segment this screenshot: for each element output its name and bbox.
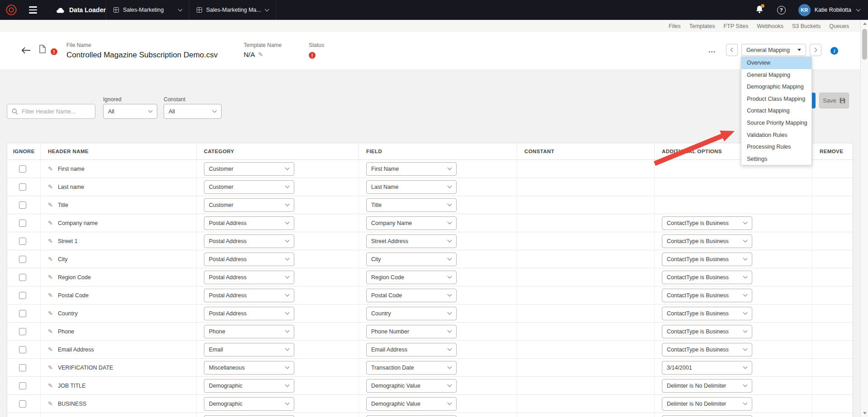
scroll-up-arrow[interactable]: [861, 20, 868, 28]
info-icon[interactable]: i: [830, 47, 838, 55]
edit-header-icon[interactable]: ✎: [48, 328, 53, 335]
subnav-link-files[interactable]: Files: [669, 23, 680, 29]
menu-item-source-priority-mapping[interactable]: Source Priority Mapping: [741, 117, 811, 129]
search-input[interactable]: [22, 108, 91, 115]
notifications-button[interactable]: [755, 5, 764, 15]
edit-header-icon[interactable]: ✎: [48, 220, 53, 226]
field-select[interactable]: Company Name: [366, 216, 457, 230]
ignore-checkbox[interactable]: [19, 292, 26, 299]
category-select[interactable]: Postal Address: [204, 234, 294, 248]
workspace-select[interactable]: Sales-Marketing: [106, 0, 189, 20]
ignore-checkbox[interactable]: [19, 165, 26, 173]
ignore-checkbox[interactable]: [19, 220, 26, 227]
back-button[interactable]: [21, 47, 31, 56]
field-select[interactable]: Region Code: [366, 271, 457, 284]
additional-options-select[interactable]: Delimter is No Delimiter: [662, 379, 752, 393]
additional-options-select[interactable]: ContactType is Business: [662, 234, 752, 248]
database-select[interactable]: Sales-Marketing Ma...: [189, 0, 276, 20]
vertical-scrollbar[interactable]: [860, 20, 868, 417]
ignored-filter-select[interactable]: All: [103, 104, 157, 119]
prev-mapping-button[interactable]: [726, 44, 738, 56]
edit-header-icon[interactable]: ✎: [48, 310, 53, 317]
additional-options-select[interactable]: ContactType is Business: [662, 325, 752, 338]
category-select[interactable]: [204, 415, 294, 417]
field-select[interactable]: Demographic Value: [366, 397, 457, 411]
category-select[interactable]: Demographic: [204, 379, 294, 393]
edit-header-icon[interactable]: ✎: [48, 183, 53, 190]
field-select[interactable]: Demographic Value: [366, 379, 457, 393]
ignore-checkbox[interactable]: [19, 364, 26, 371]
category-select[interactable]: Customer: [204, 162, 294, 176]
more-actions-button[interactable]: …: [708, 46, 716, 55]
edit-header-icon[interactable]: ✎: [48, 364, 53, 371]
ignore-checkbox[interactable]: [19, 183, 26, 191]
ignore-checkbox[interactable]: [19, 400, 26, 408]
edit-header-icon[interactable]: ✎: [48, 238, 53, 244]
field-select[interactable]: Phone Number: [366, 325, 457, 338]
user-name[interactable]: Katie Robilotta: [815, 7, 851, 13]
menu-item-demographic-mapping[interactable]: Demographic Mapping: [741, 81, 811, 93]
edit-header-icon[interactable]: ✎: [48, 346, 53, 353]
additional-options-select[interactable]: ContactType is Business: [662, 343, 752, 356]
category-select[interactable]: Demographic: [204, 397, 294, 411]
menu-item-general-mapping[interactable]: General Mapping: [741, 69, 811, 81]
ignore-checkbox[interactable]: [19, 256, 26, 263]
category-select[interactable]: Customer: [204, 180, 294, 194]
subnav-link-queues[interactable]: Queues: [829, 23, 849, 29]
field-select[interactable]: Last Name: [366, 180, 457, 194]
additional-options-select[interactable]: ContactType is Business: [662, 271, 752, 284]
additional-options-select[interactable]: ContactType is Business: [662, 289, 752, 302]
ignore-checkbox[interactable]: [19, 346, 26, 353]
category-select[interactable]: Miscellaneous: [204, 361, 294, 375]
additional-options-select[interactable]: ContactType is Business: [662, 307, 752, 320]
category-select[interactable]: Postal Address: [204, 253, 294, 266]
additional-options-select[interactable]: Delimter is No Delimiter: [662, 397, 752, 411]
scroll-down-arrow[interactable]: [861, 409, 868, 417]
edit-header-icon[interactable]: ✎: [48, 400, 53, 407]
next-mapping-button[interactable]: [810, 44, 821, 56]
additional-options-select[interactable]: [662, 415, 752, 417]
help-button[interactable]: ?: [777, 6, 786, 14]
menu-item-settings[interactable]: Settings: [741, 153, 811, 165]
hamburger-menu-icon[interactable]: [29, 6, 37, 13]
scrollbar-thumb[interactable]: [862, 29, 867, 60]
constant-filter-select[interactable]: All: [164, 104, 222, 119]
subnav-link-webhooks[interactable]: Webhooks: [757, 23, 783, 29]
edit-header-icon[interactable]: ✎: [48, 274, 53, 281]
mapping-section-dropdown[interactable]: General Mapping: [741, 44, 806, 56]
save-button[interactable]: Save: [819, 93, 849, 108]
menu-item-product-class-mapping[interactable]: Product Class Mapping: [741, 93, 811, 105]
subnav-link-s3-buckets[interactable]: S3 Buckets: [792, 23, 821, 29]
header-name-filter[interactable]: [7, 104, 95, 119]
menu-item-overview[interactable]: Overview: [741, 57, 811, 69]
edit-template-icon[interactable]: ✎: [258, 51, 263, 58]
category-select[interactable]: Postal Address: [204, 271, 294, 284]
category-select[interactable]: Email: [204, 343, 294, 356]
menu-item-validation-rules[interactable]: Validation Rules: [741, 129, 811, 141]
user-menu-chevron-icon[interactable]: [856, 7, 861, 11]
edit-header-icon[interactable]: ✎: [48, 382, 53, 389]
category-select[interactable]: Phone: [204, 325, 294, 338]
category-select[interactable]: Customer: [204, 198, 294, 212]
field-select[interactable]: Street Address: [366, 234, 457, 248]
field-select[interactable]: Country: [366, 307, 457, 320]
ignore-checkbox[interactable]: [19, 274, 26, 281]
field-select[interactable]: City: [366, 253, 457, 266]
subnav-link-templates[interactable]: Templates: [689, 23, 715, 29]
field-select[interactable]: Email Address: [366, 343, 457, 356]
category-select[interactable]: Postal Address: [204, 216, 294, 230]
additional-options-select[interactable]: ContactType is Business: [662, 216, 752, 230]
edit-header-icon[interactable]: ✎: [48, 165, 53, 172]
field-select[interactable]: Transaction Date: [366, 361, 457, 375]
field-select[interactable]: Postal Code: [366, 289, 457, 302]
ignore-checkbox[interactable]: [19, 328, 26, 335]
menu-item-processing-rules[interactable]: Processing Rules: [741, 141, 811, 153]
additional-options-select[interactable]: ContactType is Business: [662, 253, 752, 266]
edit-header-icon[interactable]: ✎: [48, 292, 53, 299]
menu-item-contact-mapping[interactable]: Contact Mapping: [741, 105, 811, 117]
edit-header-icon[interactable]: ✎: [48, 256, 53, 262]
ignore-checkbox[interactable]: [19, 201, 26, 209]
field-select[interactable]: [366, 415, 457, 417]
field-select[interactable]: First Name: [366, 162, 457, 176]
category-select[interactable]: Postal Address: [204, 307, 294, 320]
